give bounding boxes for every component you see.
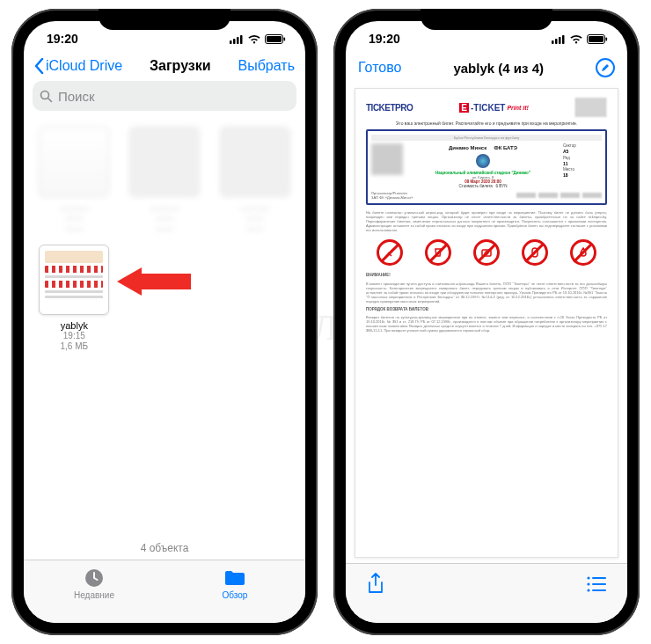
return-text: Возврат билетов на культурно-зрелищные м…	[366, 315, 607, 333]
annotation-arrow	[117, 267, 191, 296]
terms-text: На билете напечатан уникальный штрих-код…	[366, 210, 607, 232]
wifi-icon	[247, 34, 261, 44]
select-button[interactable]: Выбрать	[238, 58, 295, 74]
svg-point-18	[485, 252, 488, 255]
svg-rect-1	[233, 39, 236, 44]
attention-heading: ВНИМАНИЕ!	[366, 273, 607, 278]
svg-point-24	[587, 589, 589, 591]
file-item[interactable]: ———————	[123, 127, 207, 234]
ticketpro-logo: TICKETPRO	[366, 103, 413, 113]
file-meta: 19:151,6 МБ	[33, 331, 116, 352]
phone-files: 19:20 iCloud Drive Загрузки Выбрать Поис…	[11, 9, 318, 635]
pdf-thumbnail	[39, 245, 109, 315]
pen-icon	[600, 62, 611, 73]
team-crest-icon	[476, 154, 490, 168]
markup-button[interactable]	[596, 58, 615, 77]
sponsors	[516, 193, 602, 200]
nav-bar: iCloud Drive Загрузки Выбрать	[24, 56, 305, 81]
file-item[interactable]: ———————	[213, 127, 296, 234]
files-grid: ——————— ——————— ——————— yablyk 19:151,6 …	[24, 120, 305, 537]
eticket-logo: E -E-TICKETTICKET Print it!	[459, 103, 529, 113]
signal-icon	[552, 34, 566, 44]
status-time: 19:20	[47, 32, 78, 46]
svg-rect-21	[592, 577, 606, 579]
no-fire-icon	[570, 239, 596, 266]
signal-icon	[230, 34, 244, 44]
object-count: 4 объекта	[24, 537, 305, 560]
svg-point-22	[587, 582, 589, 585]
return-heading: ПОРЯДОК ВОЗВРАТА БИЛЕТОВ	[366, 307, 607, 312]
preview-nav: Готово yablyk (4 из 4)	[346, 56, 627, 84]
search-input[interactable]: Поиск	[33, 81, 296, 111]
file-item[interactable]: ———————	[33, 127, 116, 234]
tab-recent[interactable]: Недавние	[24, 560, 165, 607]
back-label: iCloud Drive	[46, 58, 122, 74]
svg-rect-13	[562, 35, 565, 44]
notch	[421, 9, 552, 30]
tab-bar: Недавние Обзор	[24, 560, 305, 623]
svg-rect-3	[240, 35, 243, 44]
svg-rect-17	[482, 250, 491, 256]
share-icon	[367, 573, 384, 596]
svg-point-20	[587, 576, 589, 579]
qr-code	[371, 143, 403, 175]
svg-rect-10	[552, 40, 554, 44]
list-button[interactable]	[587, 576, 606, 596]
search-placeholder: Поиск	[58, 89, 95, 104]
svg-rect-19	[532, 248, 538, 257]
battery-icon	[265, 34, 286, 44]
file-item-yablyk[interactable]: yablyk 19:151,6 МБ	[33, 245, 116, 352]
preview-title: yablyk (4 из 4)	[453, 61, 544, 76]
page-title: Загрузки	[150, 58, 211, 74]
prohibition-icons	[366, 239, 607, 266]
svg-line-8	[48, 99, 52, 102]
chevron-left-icon	[34, 58, 44, 74]
document-page[interactable]: TICKETPRO E -E-TICKETTICKET Print it! Эт…	[355, 88, 618, 558]
file-name: yablyk	[33, 320, 116, 331]
svg-rect-25	[592, 589, 606, 591]
no-camera-icon	[473, 239, 500, 266]
no-weapons-icon	[377, 239, 403, 266]
status-time: 19:20	[369, 32, 400, 46]
svg-rect-5	[267, 36, 282, 42]
ticket-box: Кубок Республики Беларусь по футболу Дин…	[366, 129, 607, 205]
back-button[interactable]: iCloud Drive	[34, 58, 122, 74]
svg-rect-12	[559, 37, 561, 44]
wifi-icon	[569, 34, 583, 44]
svg-rect-15	[589, 36, 603, 42]
no-drugs-icon	[522, 239, 548, 266]
no-drinks-icon	[425, 239, 451, 266]
search-icon	[40, 90, 53, 103]
svg-rect-11	[555, 39, 558, 44]
svg-rect-2	[237, 37, 239, 44]
battery-icon	[587, 34, 608, 44]
ticket-instruction: Это ваш электронный билет. Распечатайте …	[366, 121, 607, 126]
preview-toolbar	[346, 563, 627, 623]
folder-icon	[223, 567, 246, 589]
phone-preview: 19:20 Готово yablyk (4 из 4) TICKETPRO E…	[333, 9, 640, 635]
clock-icon	[84, 567, 105, 589]
svg-point-7	[41, 91, 49, 99]
barcode	[575, 98, 607, 117]
share-button[interactable]	[367, 573, 384, 599]
svg-rect-0	[230, 40, 232, 44]
tab-browse[interactable]: Обзор	[165, 560, 305, 607]
svg-rect-23	[592, 583, 606, 585]
notch	[99, 9, 230, 30]
attention-text: В момент прохождения пункта доступа и сч…	[366, 282, 607, 304]
svg-rect-6	[284, 37, 286, 40]
svg-rect-16	[606, 37, 608, 40]
done-button[interactable]: Готово	[358, 60, 401, 76]
list-icon	[587, 576, 606, 592]
